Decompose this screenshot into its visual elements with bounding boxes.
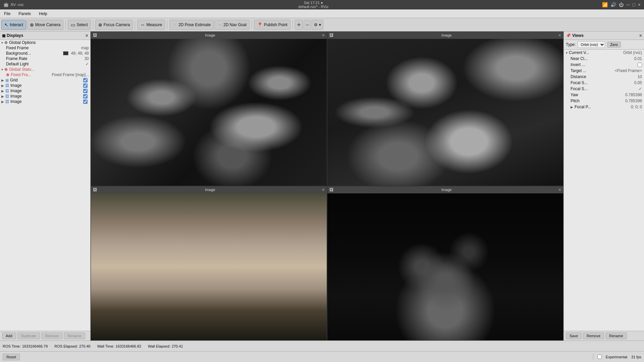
close-button[interactable]: × xyxy=(638,2,641,7)
image4-checkbox[interactable] xyxy=(83,100,88,104)
image1-checkbox[interactable] xyxy=(83,83,88,88)
remove-button[interactable]: Remove xyxy=(41,333,62,339)
center-viewport: 🖼 Image × 🖼 Image × xyxy=(91,32,564,341)
tree-item-image-4[interactable]: ▶ 🖼 Image xyxy=(0,99,90,104)
views-panel-footer: Save Remove Rename xyxy=(564,331,644,341)
tree-item-fixed-frame[interactable]: Fixed Frame map xyxy=(0,45,90,51)
target-value: <Fixed Frame> xyxy=(615,68,642,73)
interact-button[interactable]: ↖ Interact xyxy=(1,20,26,30)
focus-camera-button[interactable]: ⊗ Focus Camera xyxy=(95,20,133,30)
select-label: Select xyxy=(76,22,88,27)
image-panel-close-bl[interactable]: × xyxy=(322,187,325,192)
image-panel-top-left[interactable]: 🖼 Image × xyxy=(91,32,327,186)
image-depth xyxy=(327,193,563,340)
views-item-yaw[interactable]: Yaw 0.785398 xyxy=(564,92,644,98)
nav-goal-button[interactable]: → 2D Nav Goal xyxy=(214,20,250,30)
duplicate-button[interactable]: Duplicate xyxy=(17,333,40,339)
displays-panel-footer: Add Duplicate Remove Rename xyxy=(0,331,90,341)
ros-elapsed-label: ROS Elapsed: xyxy=(54,344,78,348)
bottom-bar: Reset Experimental 31 fps xyxy=(0,351,644,362)
image3-checkbox[interactable] xyxy=(83,94,88,99)
zero-button[interactable]: Zero xyxy=(607,42,621,48)
menu-panels[interactable]: Panels xyxy=(17,11,32,17)
views-item-pitch[interactable]: Pitch 0.785398 xyxy=(564,98,644,104)
views-item-invert[interactable]: Invert ... xyxy=(564,62,644,68)
invert-checkbox[interactable] xyxy=(638,63,642,67)
tree-item-image-3[interactable]: ▶ 🖼 Image xyxy=(0,94,90,99)
minus-button[interactable]: ─ xyxy=(304,20,311,30)
pitch-value: 0.785398 xyxy=(625,99,642,103)
reset-button[interactable]: Reset xyxy=(3,354,20,360)
views-remove-button[interactable]: Remove xyxy=(583,333,604,339)
image-panel-header-bottom-left: 🖼 Image × xyxy=(91,186,327,193)
tree-item-default-light[interactable]: Default Light ✓ xyxy=(0,61,90,67)
image-panel-title-tl: Image xyxy=(205,33,215,37)
background-label: Background... xyxy=(6,51,63,56)
image-panel-header-top-right: 🖼 Image × xyxy=(327,32,563,39)
views-save-button[interactable]: Save xyxy=(566,333,582,339)
config-button[interactable]: ⚙ ▾ xyxy=(312,20,323,30)
image-panel-close-tr[interactable]: × xyxy=(558,33,561,38)
menu-help[interactable]: Help xyxy=(38,11,49,17)
image-panel-bottom-right[interactable]: 🖼 Image × xyxy=(327,186,564,341)
image-panel-top-right[interactable]: 🖼 Image × xyxy=(327,32,564,186)
views-item-focal-s1[interactable]: Focal S... 0.05 xyxy=(564,80,644,86)
maximize-button[interactable]: □ xyxy=(632,2,635,7)
move-camera-button[interactable]: ⊕ Move Camera xyxy=(27,20,63,30)
image-panel-icon-tr: 🖼 xyxy=(329,33,333,38)
image-topo-2 xyxy=(327,39,563,186)
window-title: default.rviz* - RViz xyxy=(298,5,328,9)
wall-time-item: Wall Time: 1633166466.82 xyxy=(97,344,141,348)
tree-item-image-1[interactable]: ▶ 🖼 Image xyxy=(0,83,90,88)
views-type-row: Type: Orbit (rviz) Zero xyxy=(564,40,644,50)
displays-panel-header: ▦ Displays × xyxy=(0,32,90,40)
minimize-button[interactable]: ─ xyxy=(626,2,630,7)
grid-label: Grid xyxy=(10,78,83,82)
image2-arrow: ▶ xyxy=(1,89,4,93)
toolbar-separator-2 xyxy=(93,20,93,29)
tree-item-frame-rate[interactable]: Frame Rate 30 xyxy=(0,56,90,61)
rename-button[interactable]: Rename xyxy=(64,333,85,339)
tree-item-image-2[interactable]: ▶ 🖼 Image xyxy=(0,88,90,94)
toolbar-separator-4 xyxy=(167,20,167,29)
move-camera-label: Move Camera xyxy=(35,22,60,27)
wall-time-value: 1633166466.82 xyxy=(116,344,141,348)
image4-icon: 🖼 xyxy=(5,100,9,104)
views-item-target[interactable]: Target ... <Fixed Frame> xyxy=(564,68,644,74)
select-button[interactable]: ▭ Select xyxy=(68,20,91,30)
tree-item-grid[interactable]: ▶ ▦ Grid xyxy=(0,77,90,83)
publish-point-button[interactable]: 📍 Publish Point xyxy=(254,20,290,30)
views-item-focal-s2[interactable]: Focal S... ✓ xyxy=(564,86,644,92)
image1-arrow: ▶ xyxy=(1,84,4,87)
grid-checkbox[interactable] xyxy=(83,78,88,82)
views-item-current-v[interactable]: ▾ Current V... Orbit (rviz) xyxy=(564,50,644,56)
menu-file[interactable]: File xyxy=(3,11,12,17)
views-type-select[interactable]: Orbit (rviz) xyxy=(578,41,605,48)
image-panel-bottom-left[interactable]: 🖼 Image × xyxy=(91,186,327,341)
tree-item-global-status[interactable]: ▾ ⊗ Global Statu... xyxy=(0,67,90,72)
tree-item-global-options[interactable]: ▾ ⚙ Global Options xyxy=(0,40,90,45)
image-panel-close-tl[interactable]: × xyxy=(322,33,325,38)
views-item-distance[interactable]: Distance 10 xyxy=(564,74,644,80)
plus-button[interactable]: ✛ xyxy=(295,20,303,30)
image2-checkbox[interactable] xyxy=(83,89,88,93)
experimental-label: Experimental xyxy=(606,355,627,359)
displays-close-button[interactable]: × xyxy=(86,33,88,38)
displays-panel: ▦ Displays × ▾ ⚙ Global Options Fixed Fr… xyxy=(0,32,91,341)
pose-estimate-button[interactable]: → 2D Pose Estimate xyxy=(169,20,214,30)
tree-item-background[interactable]: Background... 48; 48; 48 xyxy=(0,51,90,56)
background-color-swatch[interactable] xyxy=(63,51,68,55)
tree-item-fixed-fra[interactable]: ⊗ Fixed Fra... Fixed Frame [map]... xyxy=(0,72,90,77)
experimental-checkbox[interactable] xyxy=(597,355,602,359)
add-button[interactable]: Add xyxy=(2,333,16,339)
current-v-value: Orbit (rviz) xyxy=(623,50,642,55)
views-item-near-cl[interactable]: Near Cl... 0.01 xyxy=(564,56,644,62)
focus-camera-icon: ⊗ xyxy=(98,22,102,27)
views-item-focal-p[interactable]: ▶ Focal P... 0; 0; 0 xyxy=(564,104,644,110)
views-rename-button[interactable]: Rename xyxy=(605,333,627,339)
plus-icon: ✛ xyxy=(297,22,301,27)
views-close-button[interactable]: × xyxy=(639,33,642,38)
fixed-frame-value: map xyxy=(81,46,89,50)
image-panel-close-br[interactable]: × xyxy=(558,187,561,192)
measure-button[interactable]: ↔ Measure xyxy=(137,20,165,30)
